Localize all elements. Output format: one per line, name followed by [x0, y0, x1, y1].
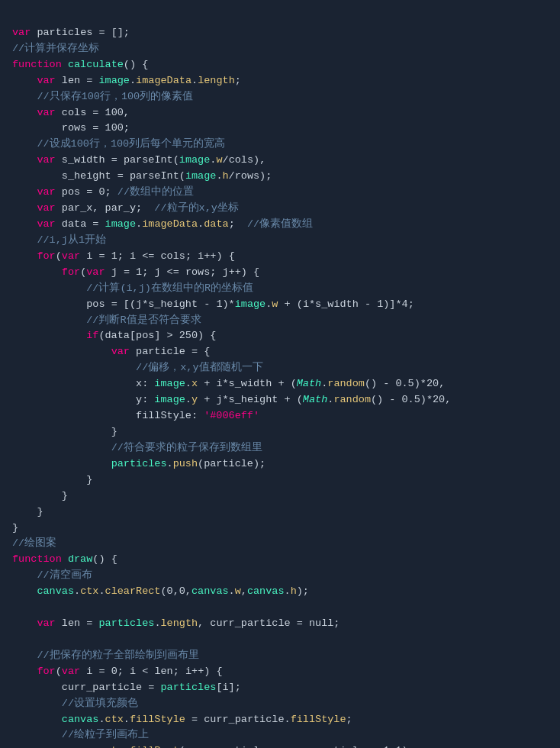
- line-26: }: [12, 426, 117, 437]
- line-36: canvas.ctx.clearRect(0,0,canvas.w,canvas…: [12, 585, 309, 597]
- line-20: if(data[pos] > 250) {: [12, 330, 216, 341]
- line-32: }: [12, 522, 18, 534]
- line-18: pos = [(j*s_height - 1)*image.w + (i*s_w…: [12, 298, 414, 310]
- line-13: var data = image.imageData.data; //像素值数组: [12, 218, 313, 230]
- line-21: var particle = {: [12, 346, 210, 357]
- line-40: //把保存的粒子全部绘制到画布里: [12, 650, 199, 661]
- line-6: var cols = 100,: [12, 107, 130, 118]
- line-12: var par_x, par_y; //粒子的x,y坐标: [12, 202, 239, 214]
- line-45: //绘粒子到画布上: [12, 729, 149, 740]
- line-9: var s_width = parseInt(image.w/cols),: [12, 154, 266, 166]
- line-41: for(var i = 0; i < len; i++) {: [12, 666, 223, 677]
- line-42: curr_particle = particles[i];: [12, 682, 241, 693]
- line-14: //i,j从1开始: [12, 234, 106, 246]
- line-17: //计算(i,j)在数组中的R的坐标值: [12, 282, 253, 294]
- line-38: var len = particles.length, curr_particl…: [12, 617, 340, 629]
- line-4: var len = image.imageData.length;: [12, 75, 241, 86]
- line-8: //设成100行，100列后每个单元的宽高: [12, 138, 225, 150]
- line-28: particles.push(particle);: [12, 458, 266, 469]
- line-1: var particles = [];: [12, 27, 130, 38]
- line-35: //清空画布: [12, 569, 92, 581]
- line-11: var pos = 0; //数组中的位置: [12, 186, 194, 198]
- line-46: canvas.ctx.fillRect(curr_particle.x,curr…: [12, 745, 414, 748]
- code-editor: var particles = []; //计算并保存坐标 function c…: [12, 9, 548, 748]
- line-27: //符合要求的粒子保存到数组里: [12, 442, 262, 453]
- line-2: //计算并保存坐标: [12, 43, 99, 54]
- line-24: y: image.y + j*s_height + (Math.random()…: [12, 394, 451, 405]
- line-29: }: [12, 474, 92, 485]
- line-22: //偏移，x,y值都随机一下: [12, 362, 263, 373]
- line-16: for(var j = 1; j <= rows; j++) {: [12, 266, 259, 278]
- line-34: function draw() {: [12, 553, 117, 565]
- line-15: for(var i = 1; i <= cols; i++) {: [12, 250, 235, 262]
- line-10: s_height = parseInt(image.h/rows);: [12, 170, 272, 182]
- line-31: }: [12, 506, 43, 517]
- line-25: fillStyle: '#006eff': [12, 410, 259, 421]
- line-30: }: [12, 490, 68, 501]
- line-43: //设置填充颜色: [12, 698, 138, 709]
- line-5: //只保存100行，100列的像素值: [12, 91, 193, 102]
- line-3: function calculate() {: [12, 59, 148, 70]
- line-44: canvas.ctx.fillStyle = curr_particle.fil…: [12, 714, 352, 725]
- line-33: //绘图案: [12, 537, 56, 549]
- line-7: rows = 100;: [12, 122, 130, 134]
- line-19: //判断R值是否符合要求: [12, 314, 201, 326]
- line-23: x: image.x + i*s_width + (Math.random() …: [12, 378, 445, 389]
